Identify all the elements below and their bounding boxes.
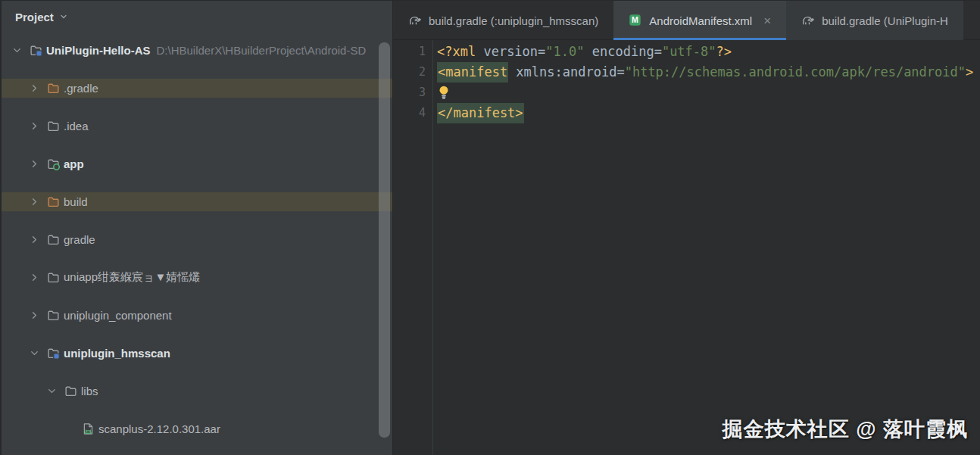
chevron-down-icon[interactable] [29, 347, 45, 360]
module-app-folder-icon [45, 157, 61, 171]
folder-icon [45, 120, 61, 133]
tree-item-label: .idea [64, 120, 89, 132]
chevron-right-icon[interactable] [29, 120, 45, 132]
folder-icon [45, 309, 61, 323]
project-path-suffix: D:\HBuilderX\HBuilderProject\Android-SD [157, 44, 367, 57]
watermark-text: 掘金技术社区 @ 落叶霞枫 [723, 416, 968, 443]
chevron-right-icon[interactable] [29, 272, 45, 284]
code-segment: "utf-8" [662, 44, 716, 59]
module-folder-icon [45, 347, 61, 360]
tab-label: build.gradle (UniPlugin-H [822, 14, 948, 27]
chevron-down-icon[interactable] [11, 45, 28, 57]
code-segment: = [616, 64, 624, 79]
chevron-right-icon[interactable] [29, 83, 45, 95]
code-segment: "http://schemas.android.com/apk/res/andr… [625, 64, 966, 79]
chevron-down-icon [59, 12, 68, 21]
svg-text:M: M [632, 15, 638, 24]
code-line-3 [437, 83, 451, 103]
project-folder-icon [28, 44, 43, 58]
tree-row-app[interactable]: app [2, 154, 393, 173]
tree-item-label: uniplugin_component [64, 309, 172, 322]
tree-row-uniplugin-component[interactable]: uniplugin_component [2, 306, 393, 325]
tree-row-uniplugin-hmsscan[interactable]: uniplugin_hmsscan [2, 344, 393, 363]
folder-icon [45, 271, 61, 285]
code-segment: = [538, 44, 545, 59]
tree-item-label: scanplus-2.12.0.301.aar [98, 422, 220, 435]
intention-bulb-icon[interactable] [437, 85, 451, 105]
editor-tab-bar: build.gradle (:uniplugin_hmsscan)MAndroi… [393, 1, 980, 40]
code-segment: > [966, 64, 973, 79]
tree-row-uniapp[interactable]: uniapp绀轰緥宸ョ▼婧愮爜 [2, 268, 393, 287]
tree-row-gradle[interactable]: .gradle [2, 79, 393, 98]
close-icon[interactable]: × [763, 14, 771, 27]
aar-file-icon [80, 422, 95, 436]
tree-item-label: libs [81, 385, 98, 397]
tree-row-idea[interactable]: .idea [2, 117, 393, 136]
tab-label: AndroidManifest.xml [649, 14, 752, 27]
project-view-dropdown[interactable]: Project [2, 1, 392, 33]
chevron-right-icon[interactable] [29, 310, 45, 322]
editor-area: build.gradle (:uniplugin_hmsscan)MAndroi… [393, 1, 980, 455]
code-segment: xmlns:android [508, 64, 616, 79]
code-segment: encoding [585, 44, 654, 59]
tree-item-label: .gradle [64, 82, 98, 95]
folder-icon [63, 385, 78, 398]
tree-item-label: gradle [64, 233, 95, 246]
editor-tab-build-gradle-uniplugin-hmsscan[interactable]: build.gradle (:uniplugin_hmsscan) [393, 1, 613, 40]
tab-label: build.gradle (:uniplugin_hmsscan) [429, 14, 598, 27]
folder-icon [45, 233, 61, 247]
tree-row-scanplus-2-12-0-301-aar[interactable]: scanplus-2.12.0.301.aar [2, 419, 393, 438]
gradle-file-icon [408, 14, 422, 27]
tree-row-gradle[interactable]: gradle [2, 230, 393, 249]
code-surface[interactable]: <?xml version="1.0" encoding="utf-8"?><m… [437, 40, 980, 455]
code-segment: </manifest> [437, 103, 524, 123]
tree-item-label: build [64, 195, 88, 208]
ide-window: Project UniPlugin-Hello-ASD:\HBuilderX\H… [0, 0, 980, 455]
chevron-right-icon[interactable] [29, 234, 45, 246]
line-number: 3 [395, 83, 426, 103]
code-segment: version [476, 44, 538, 59]
chevron-right-icon[interactable] [29, 158, 45, 170]
code-segment: <?xml [437, 44, 476, 59]
tree-row-build[interactable]: build [2, 192, 393, 211]
tree-item-label: uniapp绀轰緥宸ョ▼婧愮爜 [64, 270, 200, 285]
code-segment: = [654, 44, 662, 59]
line-number: 4 [395, 103, 426, 123]
line-number: 2 [395, 62, 426, 83]
tree-item-label: uniplugin_hmsscan [64, 347, 170, 360]
manifest-file-icon: M [629, 14, 642, 27]
code-segment: ?> [716, 44, 732, 59]
project-tree: UniPlugin-Hello-ASD:\HBuilderX\HBuilderP… [2, 41, 393, 455]
tree-item-label: UniPlugin-Hello-AS [46, 44, 151, 57]
editor-tab-build-gradle-uniplugin-h[interactable]: build.gradle (UniPlugin-H [786, 1, 963, 40]
project-tree-scrollbar[interactable] [379, 42, 390, 438]
code-line-2: <manifest xmlns:android="http://schemas.… [437, 62, 973, 83]
gradle-file-icon [801, 14, 815, 27]
chevron-down-icon[interactable] [46, 385, 63, 397]
project-panel: Project UniPlugin-Hello-ASD:\HBuilderX\H… [2, 1, 393, 455]
code-line-4: </manifest> [437, 103, 524, 123]
project-view-label: Project [15, 11, 54, 23]
tree-row-uniplugin-hello-as[interactable]: UniPlugin-Hello-ASD:\HBuilderX\HBuilderP… [2, 41, 393, 60]
folder-brown-icon [45, 82, 61, 95]
code-segment: "1.0" [545, 44, 584, 59]
code-editor[interactable]: 1234 <?xml version="1.0" encoding="utf-8… [393, 40, 980, 455]
code-segment: <manifest [437, 62, 508, 83]
line-number: 1 [395, 42, 426, 62]
tree-item-label: app [64, 157, 84, 170]
editor-tab-androidmanifest-xml[interactable]: MAndroidManifest.xml× [613, 1, 786, 40]
tree-row-libs[interactable]: libs [2, 382, 393, 400]
code-line-1: <?xml version="1.0" encoding="utf-8"?> [437, 42, 732, 62]
folder-brown-icon [45, 195, 61, 209]
chevron-right-icon[interactable] [29, 196, 45, 208]
chevron-spacer [64, 423, 80, 435]
editor-gutter: 1234 [393, 40, 433, 455]
